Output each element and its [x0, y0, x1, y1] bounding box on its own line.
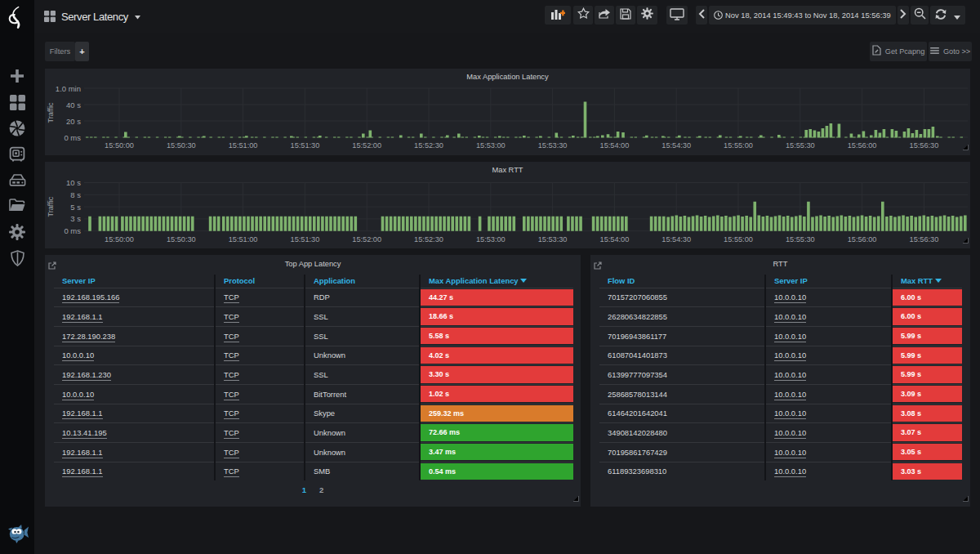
- svg-text:15:52:30: 15:52:30: [414, 235, 443, 243]
- svg-text:1.0 min: 1.0 min: [56, 84, 81, 93]
- svg-text:15:50:00: 15:50:00: [105, 141, 134, 150]
- svg-text:15:56:30: 15:56:30: [910, 235, 939, 243]
- svg-text:Max Application Latency: Max Application Latency: [466, 73, 549, 81]
- svg-text:15:56:30: 15:56:30: [910, 141, 939, 150]
- svg-text:15:52:00: 15:52:00: [352, 141, 381, 150]
- svg-text:15:50:30: 15:50:30: [167, 235, 196, 243]
- svg-text:15:55:30: 15:55:30: [786, 141, 815, 150]
- svg-text:15:55:00: 15:55:00: [724, 141, 753, 150]
- svg-text:15:54:30: 15:54:30: [662, 235, 691, 243]
- svg-text:15:51:30: 15:51:30: [291, 141, 320, 150]
- svg-text:15:52:00: 15:52:00: [352, 235, 381, 243]
- svg-text:15:50:00: 15:50:00: [105, 235, 134, 243]
- svg-text:8 s: 8 s: [70, 190, 81, 199]
- svg-text:15:54:00: 15:54:00: [600, 141, 630, 150]
- svg-text:3 s: 3 s: [70, 214, 81, 223]
- svg-text:15:51:00: 15:51:00: [229, 141, 258, 150]
- svg-text:15:55:30: 15:55:30: [786, 235, 815, 243]
- svg-text:15:53:00: 15:53:00: [476, 141, 506, 150]
- svg-text:15:54:30: 15:54:30: [662, 141, 691, 150]
- svg-text:15:51:00: 15:51:00: [229, 235, 258, 243]
- svg-text:5 s: 5 s: [70, 203, 81, 212]
- svg-text:15:54:00: 15:54:00: [600, 235, 630, 243]
- svg-text:15:53:30: 15:53:30: [538, 235, 568, 243]
- svg-text:0 ms: 0 ms: [64, 226, 81, 235]
- svg-text:15:56:00: 15:56:00: [848, 141, 877, 150]
- svg-text:15:55:00: 15:55:00: [724, 235, 753, 243]
- svg-text:20 s: 20 s: [66, 117, 81, 126]
- svg-text:10 s: 10 s: [66, 178, 81, 187]
- svg-text:15:56:00: 15:56:00: [848, 235, 877, 243]
- svg-text:0 ms: 0 ms: [64, 133, 81, 142]
- svg-text:15:53:30: 15:53:30: [538, 141, 568, 150]
- svg-text:15:50:30: 15:50:30: [167, 141, 196, 150]
- svg-text:15:53:00: 15:53:00: [476, 235, 506, 243]
- svg-text:40 s: 40 s: [66, 101, 81, 109]
- svg-text:Traffic: Traffic: [47, 196, 55, 217]
- svg-text:Max RTT: Max RTT: [492, 166, 523, 174]
- svg-text:15:52:30: 15:52:30: [414, 141, 443, 150]
- svg-text:15:51:30: 15:51:30: [291, 235, 320, 243]
- svg-text:Traffic: Traffic: [47, 102, 55, 123]
